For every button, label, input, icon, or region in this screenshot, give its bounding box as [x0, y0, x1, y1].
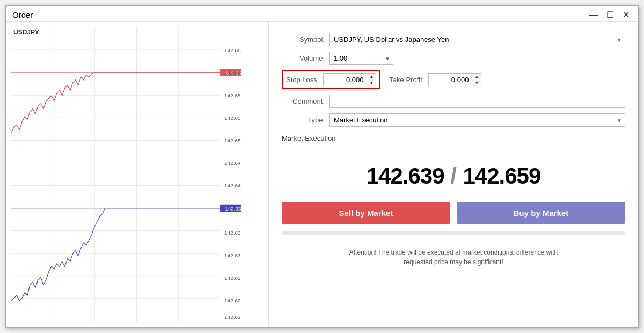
maximize-button[interactable]: ☐: [604, 11, 616, 19]
symbol-label: Symbol:: [282, 35, 325, 44]
svg-text:142.636: 142.636: [224, 230, 241, 236]
svg-text:142.643: 142.643: [224, 183, 241, 189]
svg-text:142.650: 142.650: [224, 137, 241, 143]
sl-tp-row: Stop Loss: ▲ ▼ Take Profit: ▲: [282, 70, 625, 89]
take-profit-spinner: ▲ ▼: [472, 74, 481, 86]
attention-text: Attention! The trade will be executed at…: [282, 248, 625, 267]
type-select[interactable]: Market Execution: [329, 113, 625, 127]
comment-input[interactable]: [329, 95, 625, 108]
window-controls: — ☐ ✕: [587, 11, 632, 19]
take-profit-input-group: ▲ ▼: [428, 73, 481, 86]
stop-loss-input[interactable]: [324, 74, 367, 85]
svg-text:142.622: 142.622: [224, 314, 241, 320]
attention-line1: Attention! The trade will be executed at…: [282, 248, 625, 257]
symbol-select-wrap: USDJPY, US Dollar vs Japanese Yen ▼: [329, 33, 625, 46]
progress-bar: [282, 231, 625, 235]
svg-text:142.657: 142.657: [224, 92, 241, 98]
svg-text:142.625: 142.625: [224, 298, 241, 303]
price-chart: 142.659 142.639 142.664 142.660 142.657 …: [11, 27, 241, 322]
comment-row: Comment:: [282, 95, 625, 108]
price-display: 142.639 / 142.659: [282, 163, 625, 189]
svg-text:142.653: 142.653: [224, 115, 241, 121]
attention-line2: requested price may be significant!: [282, 257, 625, 267]
minimize-button[interactable]: —: [587, 11, 600, 19]
stop-loss-label: Stop Loss:: [286, 76, 319, 84]
volume-label: Volume:: [282, 54, 325, 62]
svg-text:142.664: 142.664: [224, 47, 241, 53]
take-profit-label: Take Profit:: [389, 76, 424, 84]
price-separator: /: [450, 163, 457, 189]
type-row: Type: Market Execution ▼: [282, 113, 625, 127]
svg-text:142.660: 142.660: [224, 70, 241, 76]
svg-text:142.646: 142.646: [224, 160, 241, 166]
window-title: Order: [12, 10, 33, 19]
stop-loss-down-btn[interactable]: ▼: [367, 80, 376, 86]
take-profit-group: Take Profit: ▲ ▼: [389, 73, 481, 86]
volume-select[interactable]: 1.00: [329, 52, 393, 65]
chart-symbol-label: USDJPY: [13, 28, 39, 36]
comment-label: Comment:: [282, 97, 325, 105]
close-button[interactable]: ✕: [620, 11, 632, 19]
svg-text:142.639: 142.639: [224, 207, 241, 213]
title-bar: Order — ☐ ✕: [6, 6, 638, 22]
svg-text:142.632: 142.632: [224, 252, 241, 258]
market-execution-label: Market Execution: [282, 134, 625, 142]
action-buttons: Sell by Market Buy by Market: [282, 202, 625, 224]
bid-price: 142.639: [367, 163, 444, 189]
main-content: USDJPY: [6, 22, 638, 327]
chart-area: USDJPY: [6, 22, 269, 327]
order-window: Order — ☐ ✕ USDJPY: [5, 5, 639, 328]
buy-by-market-button[interactable]: Buy by Market: [457, 202, 625, 224]
ask-price: 142.659: [463, 163, 540, 189]
divider-1: [282, 150, 625, 150]
volume-select-wrap: 1.00 ▼: [329, 52, 393, 65]
type-label: Type:: [282, 116, 325, 124]
svg-text:142.629: 142.629: [224, 275, 241, 281]
take-profit-up-btn[interactable]: ▲: [472, 74, 481, 80]
stop-loss-up-btn[interactable]: ▲: [367, 74, 376, 80]
symbol-row: Symbol: USDJPY, US Dollar vs Japanese Ye…: [282, 33, 625, 46]
take-profit-input[interactable]: [429, 74, 472, 85]
stop-loss-group: Stop Loss: ▲ ▼: [282, 70, 380, 89]
stop-loss-input-group: ▲ ▼: [323, 73, 376, 86]
stop-loss-spinner: ▲ ▼: [367, 74, 376, 86]
symbol-select[interactable]: USDJPY, US Dollar vs Japanese Yen: [329, 33, 625, 46]
type-select-wrap: Market Execution ▼: [329, 113, 625, 127]
volume-row: Volume: 1.00 ▼: [282, 52, 625, 65]
take-profit-down-btn[interactable]: ▼: [472, 80, 481, 86]
order-form: Symbol: USDJPY, US Dollar vs Japanese Ye…: [269, 22, 638, 327]
sell-by-market-button[interactable]: Sell by Market: [282, 202, 450, 224]
